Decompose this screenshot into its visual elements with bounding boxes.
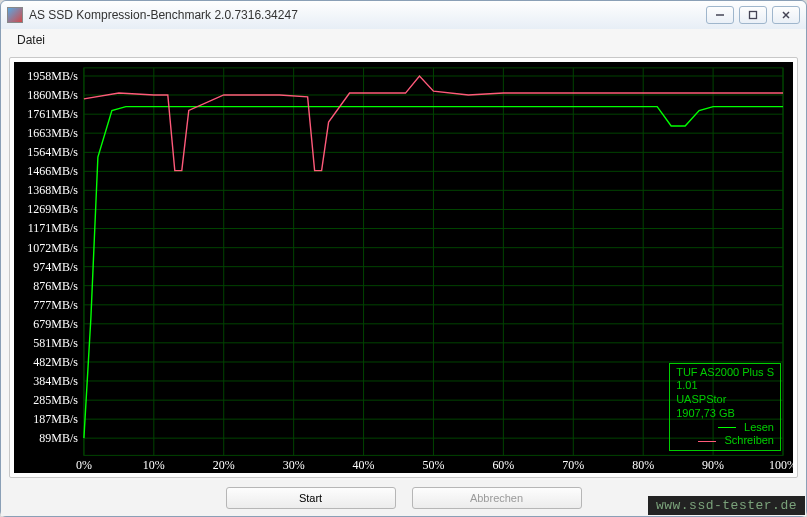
svg-text:679MB/s: 679MB/s: [33, 317, 78, 331]
maximize-icon: [748, 10, 758, 20]
svg-rect-1: [750, 12, 757, 19]
legend-capacity: 1907,73 GB: [676, 407, 774, 421]
legend-write-label: Schreiben: [724, 434, 774, 448]
legend-box: TUF AS2000 Plus S 1.01 UASPStor 1907,73 …: [669, 363, 781, 452]
svg-text:90%: 90%: [702, 458, 724, 472]
svg-text:1171MB/s: 1171MB/s: [28, 222, 79, 236]
svg-text:1860MB/s: 1860MB/s: [27, 88, 78, 102]
legend-firmware: 1.01: [676, 379, 774, 393]
svg-text:1368MB/s: 1368MB/s: [27, 183, 78, 197]
svg-text:974MB/s: 974MB/s: [33, 260, 78, 274]
menu-datei[interactable]: Datei: [11, 31, 51, 49]
svg-text:876MB/s: 876MB/s: [33, 279, 78, 293]
titlebar: AS SSD Kompression-Benchmark 2.0.7316.34…: [1, 1, 806, 29]
legend-controller: UASPStor: [676, 393, 774, 407]
watermark: www.ssd-tester.de: [648, 496, 805, 515]
svg-text:30%: 30%: [283, 458, 305, 472]
read-swatch-icon: [718, 427, 736, 428]
svg-text:1663MB/s: 1663MB/s: [27, 126, 78, 140]
abort-button: Abbrechen: [412, 487, 582, 509]
svg-text:581MB/s: 581MB/s: [33, 336, 78, 350]
app-window: AS SSD Kompression-Benchmark 2.0.7316.34…: [0, 0, 807, 517]
window-title: AS SSD Kompression-Benchmark 2.0.7316.34…: [29, 8, 701, 22]
minimize-icon: [715, 10, 725, 20]
svg-text:1072MB/s: 1072MB/s: [27, 241, 78, 255]
svg-text:777MB/s: 777MB/s: [33, 298, 78, 312]
close-button[interactable]: [772, 6, 800, 24]
maximize-button[interactable]: [739, 6, 767, 24]
svg-text:89MB/s: 89MB/s: [39, 431, 78, 445]
svg-text:70%: 70%: [562, 458, 584, 472]
close-icon: [781, 10, 791, 20]
svg-text:80%: 80%: [632, 458, 654, 472]
legend-device: TUF AS2000 Plus S: [676, 366, 774, 380]
svg-text:482MB/s: 482MB/s: [33, 355, 78, 369]
svg-text:50%: 50%: [422, 458, 444, 472]
svg-text:187MB/s: 187MB/s: [33, 412, 78, 426]
minimize-button[interactable]: [706, 6, 734, 24]
app-icon: [7, 7, 23, 23]
abort-button-label: Abbrechen: [470, 492, 523, 504]
svg-text:100%: 100%: [769, 458, 793, 472]
benchmark-chart: 0%10%20%30%40%50%60%70%80%90%100%89MB/s1…: [14, 62, 793, 473]
svg-text:0%: 0%: [76, 458, 92, 472]
write-swatch-icon: [698, 441, 716, 442]
svg-text:60%: 60%: [492, 458, 514, 472]
start-button-label: Start: [299, 492, 322, 504]
svg-text:1564MB/s: 1564MB/s: [27, 145, 78, 159]
legend-read-row: Lesen: [676, 421, 774, 435]
legend-read-label: Lesen: [744, 421, 774, 435]
start-button[interactable]: Start: [226, 487, 396, 509]
svg-text:40%: 40%: [353, 458, 375, 472]
menubar: Datei: [1, 29, 806, 51]
legend-write-row: Schreiben: [676, 434, 774, 448]
svg-text:1958MB/s: 1958MB/s: [27, 69, 78, 83]
svg-text:1761MB/s: 1761MB/s: [27, 107, 78, 121]
svg-text:1269MB/s: 1269MB/s: [27, 203, 78, 217]
chart-panel: 0%10%20%30%40%50%60%70%80%90%100%89MB/s1…: [9, 57, 798, 478]
svg-text:20%: 20%: [213, 458, 235, 472]
svg-text:384MB/s: 384MB/s: [33, 374, 78, 388]
svg-text:1466MB/s: 1466MB/s: [27, 164, 78, 178]
svg-text:10%: 10%: [143, 458, 165, 472]
svg-text:285MB/s: 285MB/s: [33, 393, 78, 407]
